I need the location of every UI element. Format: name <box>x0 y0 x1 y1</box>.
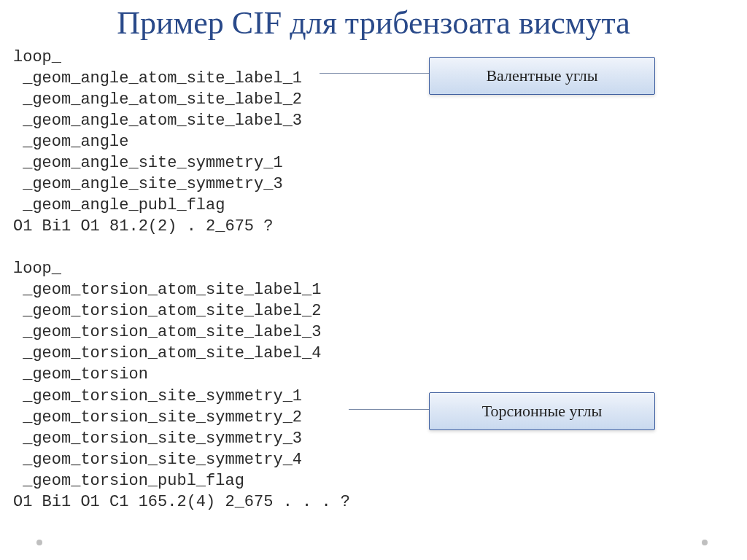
decorative-bullet-right <box>702 540 708 545</box>
callout-torsion-angles: Торсионные углы <box>429 392 655 430</box>
cif-code-block: loop_ _geom_angle_atom_site_label_1 _geo… <box>13 47 350 513</box>
callout-valence-angles: Валентные углы <box>429 57 655 95</box>
callout-connector-torsion <box>349 409 429 410</box>
decorative-bullet-left <box>36 540 42 545</box>
callout-connector-angles <box>320 73 429 74</box>
slide-title: Пример CIF для трибензоата висмута <box>0 0 747 42</box>
